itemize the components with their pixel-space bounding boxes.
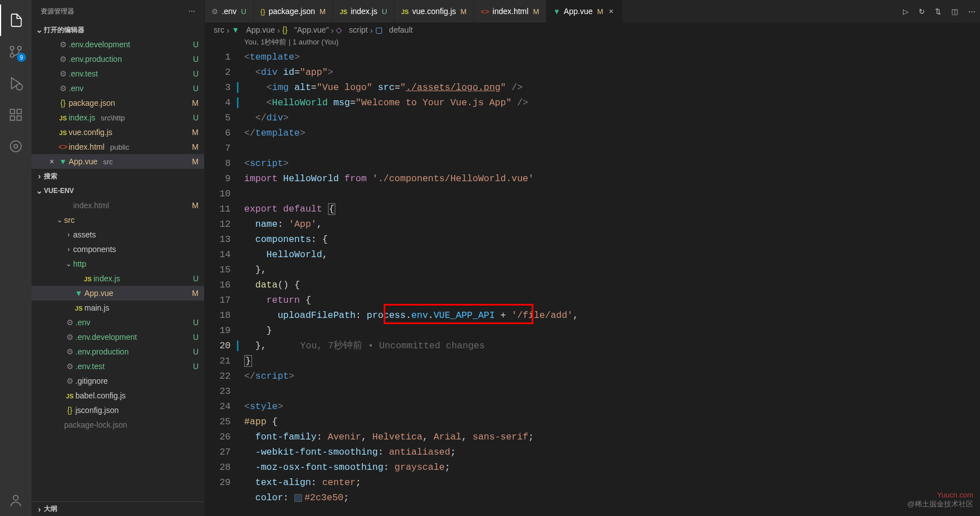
open-editor-item[interactable]: JSvue.config.jsM: [32, 125, 204, 140]
close-icon[interactable]: ×: [606, 7, 615, 16]
chevron-right-icon: ›: [35, 172, 44, 181]
svg-point-4: [16, 84, 23, 90]
file-icon: <>: [57, 142, 69, 151]
open-editor-item[interactable]: {}package.jsonM: [32, 96, 204, 110]
tab-bar: .envU{}package.jsonMJSindex.jsUJSvue.con…: [205, 0, 980, 23]
svg-point-9: [10, 141, 21, 152]
editor-tab[interactable]: ▼App.vueM×: [546, 0, 623, 23]
file-icon: ▼: [57, 157, 69, 166]
breadcrumb-item: {} "App.vue": [282, 25, 329, 34]
compare-icon[interactable]: ⇅: [935, 7, 941, 16]
open-editor-item[interactable]: .env.productionU: [32, 52, 204, 66]
file-icon: [64, 333, 75, 342]
breadcrumb[interactable]: src › ▼ App.vue › {} "App.vue" › ◇ scrip…: [205, 23, 980, 37]
svg-point-10: [14, 145, 18, 149]
open-editor-item[interactable]: ×▼App.vue srcM: [32, 154, 204, 169]
more-icon[interactable]: ⋯: [188, 7, 195, 15]
sidebar: 资源管理器 ⋯ ⌄ 打开的编辑器 .env.developmentU.env.p…: [32, 0, 205, 516]
chevron-down-icon: ⌄: [55, 216, 64, 224]
file-item[interactable]: JSindex.jsU: [32, 271, 204, 286]
editor-tab[interactable]: JSindex.jsU: [333, 0, 394, 23]
file-icon: {}: [260, 7, 266, 16]
svg-point-0: [17, 46, 21, 50]
more-actions-icon[interactable]: ⋯: [968, 7, 975, 16]
file-item[interactable]: {}jsconfig.json: [32, 403, 204, 418]
watermark: Yuucn.com @稀土掘金技术社区: [907, 491, 973, 509]
file-item[interactable]: .env.testU: [32, 359, 204, 374]
chevron-right-icon: ›: [227, 25, 230, 35]
file-item[interactable]: .env.developmentU: [32, 330, 204, 344]
editor-tab[interactable]: <>index.htmlM: [474, 0, 546, 23]
run-debug-icon[interactable]: [0, 68, 32, 99]
chevron-right-icon: ›: [64, 245, 73, 253]
svg-rect-8: [17, 116, 21, 120]
file-item[interactable]: .env.productionU: [32, 344, 204, 359]
open-editor-item[interactable]: .env.testU: [32, 66, 204, 81]
file-item[interactable]: ▼App.vueM: [32, 286, 204, 300]
file-item[interactable]: index.htmlM: [32, 198, 204, 213]
extensions-icon[interactable]: [0, 99, 32, 131]
file-icon: {}: [64, 406, 75, 415]
activity-bar: 9: [0, 0, 32, 516]
search-header[interactable]: › 搜索: [32, 169, 204, 183]
file-icon: ▼: [73, 289, 84, 298]
close-icon[interactable]: ×: [46, 157, 57, 166]
file-icon: <>: [480, 7, 489, 16]
tab-actions: ▷ ↻ ⇅ ◫ ⋯: [898, 0, 980, 23]
scm-badge: 9: [17, 53, 26, 62]
open-editors-header[interactable]: ⌄ 打开的编辑器: [32, 23, 204, 37]
open-editor-item[interactable]: .env.developmentU: [32, 37, 204, 52]
file-icon: [64, 362, 75, 371]
file-icon: ▼: [553, 7, 560, 16]
editor-tab[interactable]: JSvue.config.jsM: [394, 0, 474, 23]
line-gutter: 1234567891011121314151617181920212223242…: [205, 50, 244, 516]
file-icon: [64, 318, 75, 327]
svg-rect-7: [10, 116, 15, 120]
outline-header[interactable]: › 大纲: [32, 501, 204, 516]
file-icon: JS: [64, 391, 75, 400]
file-icon: [64, 347, 75, 356]
source-control-icon[interactable]: 9: [0, 36, 32, 68]
code-editor[interactable]: 1234567891011121314151617181920212223242…: [205, 50, 980, 516]
run-icon[interactable]: ▷: [903, 7, 909, 16]
breadcrumb-item: ▼ App.vue: [232, 25, 275, 34]
codelens[interactable]: You, 1秒钟前 | 1 author (You): [205, 37, 980, 50]
chevron-right-icon: ›: [64, 231, 73, 239]
account-icon[interactable]: [0, 484, 32, 516]
code-content[interactable]: <template> <div id="app"> <img alt="Vue …: [244, 50, 980, 516]
svg-point-2: [10, 46, 14, 50]
file-icon: [212, 7, 218, 16]
file-icon: JS: [82, 274, 93, 283]
breadcrumb-item: src: [214, 25, 224, 34]
open-editor-item[interactable]: <>index.html publicM: [32, 140, 204, 154]
folder-item[interactable]: ›assets: [32, 227, 204, 242]
folder-item[interactable]: ›components: [32, 242, 204, 257]
history-icon[interactable]: ↻: [919, 7, 925, 16]
open-editor-item[interactable]: JSindex.js src\httpU: [32, 110, 204, 125]
file-icon: JS: [73, 303, 84, 312]
file-icon: JS: [57, 128, 69, 137]
file-item[interactable]: .gitignore: [32, 374, 204, 388]
svg-rect-5: [10, 109, 15, 114]
svg-point-1: [10, 53, 14, 57]
explorer-icon[interactable]: [0, 5, 32, 36]
file-icon: [57, 84, 69, 93]
svg-rect-6: [17, 109, 21, 114]
file-item[interactable]: package-lock.json: [32, 418, 204, 432]
sidebar-title: 资源管理器 ⋯: [32, 0, 204, 23]
open-editor-item[interactable]: .envU: [32, 81, 204, 96]
folder-item[interactable]: ⌄src: [32, 213, 204, 227]
editor-tab[interactable]: {}package.jsonM: [254, 0, 333, 23]
file-icon: JS: [401, 7, 408, 16]
folder-item[interactable]: ⌄http: [32, 257, 204, 271]
split-icon[interactable]: ◫: [951, 7, 958, 16]
gitlens-icon[interactable]: [0, 131, 32, 162]
project-header[interactable]: ⌄ VUE-ENV: [32, 183, 204, 198]
svg-point-11: [14, 495, 19, 500]
file-item[interactable]: JSbabel.config.js: [32, 388, 204, 403]
file-item[interactable]: .envU: [32, 315, 204, 330]
chevron-right-icon: ›: [35, 505, 44, 514]
editor-tab[interactable]: .envU: [205, 0, 254, 23]
file-icon: [57, 55, 69, 64]
file-item[interactable]: JSmain.js: [32, 300, 204, 315]
